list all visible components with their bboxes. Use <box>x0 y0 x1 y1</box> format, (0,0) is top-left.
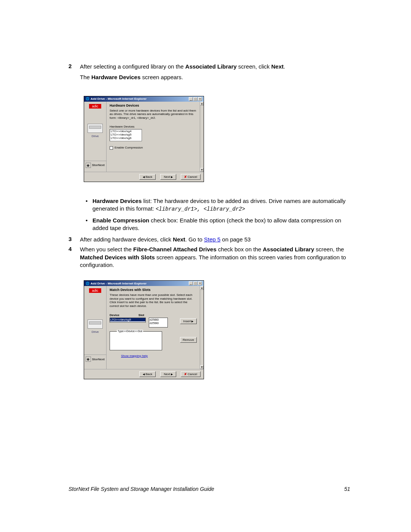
hw-devices-b: Hardware Devices <box>91 74 140 80</box>
device-header: Device <box>110 313 119 317</box>
list-label: Hardware Devices <box>110 125 197 128</box>
step5-link[interactable]: Step 5 <box>204 236 220 243</box>
bullet-enable-compression: • Enable Compression check box: Enable t… <box>86 217 350 232</box>
text: screen appears. <box>140 74 183 80</box>
panel-desc: These devices have more than one possibl… <box>110 293 197 308</box>
text: . Go to <box>185 236 204 243</box>
stornext-label: StorNext <box>92 163 105 167</box>
scroll-down-button[interactable]: ▼ <box>200 168 204 172</box>
text: check box on the <box>217 246 263 252</box>
step-4: 4 When you select the Fibre-Channel Atta… <box>68 246 350 269</box>
ie-icon: 🌐 <box>86 282 89 285</box>
list-item[interactable]: LTO>>/dev/sg6 <box>110 137 141 140</box>
minimize-button[interactable]: _ <box>189 281 193 285</box>
text: The <box>80 74 91 80</box>
sidebar-label: Drive <box>84 330 106 334</box>
step-number: 2 <box>68 63 80 85</box>
pairbox-label: Type>>Device>>Slot <box>117 330 143 332</box>
adic-logo: adic <box>89 288 102 293</box>
close-button[interactable]: × <box>198 97 202 101</box>
page-footer: StorNext File System and Storage Manager… <box>68 486 350 492</box>
sidebar-label: Drive <box>84 134 106 138</box>
bullet-hardware-devices: • Hardware Devices list: The hardware de… <box>86 197 350 213</box>
fc-drives-b: Fibre-Channel Attached Drives <box>133 246 217 252</box>
text: on page 53 <box>220 236 250 243</box>
assoc-library-b: Associated Library <box>185 63 237 70</box>
maximize-button[interactable]: □ <box>193 281 198 285</box>
close-button[interactable]: × <box>198 281 202 285</box>
screenshot-hardware-devices: 🌐 Add Drive - Microsoft Internet Explore… <box>84 96 350 182</box>
enable-compression-label: Enable Compression <box>115 146 143 149</box>
panel-desc: Select one or more hardware devices from… <box>110 109 197 120</box>
screenshot-match-devices: 🌐 Add Drive - Microsoft Internet Explore… <box>84 280 350 379</box>
footer-title: StorNext File System and Storage Manager… <box>68 486 214 492</box>
ie-icon: 🌐 <box>86 97 89 101</box>
text: When you select the <box>80 246 133 252</box>
panel-title: Match Devices with Slots <box>110 288 197 292</box>
cancel-button[interactable]: ✘Cancel <box>181 371 201 377</box>
slot-header: Slot <box>139 313 144 317</box>
window-title: Add Drive - Microsoft Internet Explorer <box>91 282 147 285</box>
page-number: 51 <box>344 486 350 492</box>
pair-list[interactable]: Type>>Device>>Slot <box>110 331 162 350</box>
window-titlebar: 🌐 Add Drive - Microsoft Internet Explore… <box>84 96 204 102</box>
next-b: Next <box>271 63 284 70</box>
drive-illustration <box>88 320 103 329</box>
step-3: 3 After adding hardware devices, click N… <box>68 236 350 243</box>
step-2: 2 After selecting a configured library o… <box>68 63 350 85</box>
b: Hardware Devices <box>92 198 142 204</box>
window-titlebar: 🌐 Add Drive - Microsoft Internet Explore… <box>84 281 204 286</box>
next-button[interactable]: Next <box>160 174 176 180</box>
mapping-help-link[interactable]: Show mapping help <box>121 354 148 358</box>
code: <library_dr1>, <library_dr2> <box>156 206 245 212</box>
next-b: Next <box>173 236 185 243</box>
matched-devices-b: Matched Devices with Slots <box>80 254 155 260</box>
insert-button[interactable]: Insert <box>180 318 197 324</box>
scroll-down-button[interactable]: ▼ <box>200 365 204 369</box>
panel-title: Hardware Devices <box>110 104 197 107</box>
scroll-up-button[interactable]: ▲ <box>200 286 204 290</box>
text: . <box>284 63 285 70</box>
assoc-library-b: Associated Library <box>263 246 314 252</box>
back-button[interactable]: Back <box>139 371 156 377</box>
b: Enable Compression <box>92 217 149 224</box>
drive-illustration <box>88 124 103 133</box>
stornext-icon: ◈ <box>86 356 91 362</box>
stornext-row: ◈ StorNext <box>84 355 106 363</box>
text: After adding hardware devices, click <box>80 236 173 243</box>
list-item[interactable]: d258l0 <box>150 318 167 322</box>
stornext-label: StorNext <box>92 358 105 361</box>
scroll-up-button[interactable]: ▲ <box>200 102 204 105</box>
text: screen, the <box>314 246 344 252</box>
text: screen, click <box>237 63 271 70</box>
cancel-button[interactable]: ✘Cancel <box>181 174 201 180</box>
list-item[interactable]: LTO>>/dev/sg5 <box>110 318 145 321</box>
remove-button[interactable]: Remove <box>180 337 197 343</box>
text: After selecting a configured library on … <box>80 63 185 70</box>
maximize-button[interactable]: □ <box>193 97 198 101</box>
stornext-row: ◈ StorNext <box>84 161 106 169</box>
enable-compression-checkbox[interactable] <box>110 146 113 150</box>
slot-list[interactable]: d258l0 d259l0 <box>149 318 168 328</box>
hardware-devices-list[interactable]: LTO>>/dev/sg4 LTO>>/dev/sg5 LTO>>/dev/sg… <box>110 129 142 141</box>
stornext-icon: ◈ <box>86 163 91 168</box>
device-list[interactable]: LTO>>/dev/sg5 <box>110 318 146 323</box>
step-number: 3 <box>68 236 80 243</box>
back-button[interactable]: Back <box>139 174 156 180</box>
next-button[interactable]: Next <box>160 371 176 377</box>
minimize-button[interactable]: _ <box>189 97 193 101</box>
step-number: 4 <box>68 246 80 269</box>
adic-logo: adic <box>89 104 102 109</box>
list-item[interactable]: d259l0 <box>150 321 167 325</box>
window-title: Add Drive - Microsoft Internet Explorer <box>91 97 147 101</box>
